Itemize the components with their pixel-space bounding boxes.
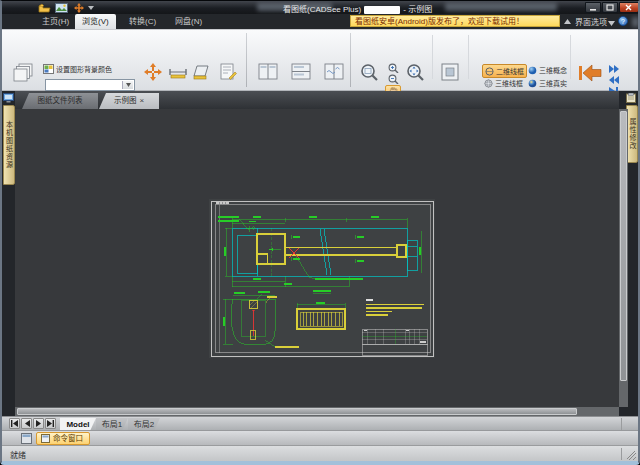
command-bar: 命令窗口 (2, 430, 638, 445)
mode-3d-realistic-button[interactable]: 三维真实 (526, 77, 569, 89)
background-color-select[interactable] (45, 79, 135, 91)
local-drawings-icon[interactable] (3, 93, 14, 103)
cad-drawing-sheet (209, 199, 435, 358)
ribbon: 图层管理 设置图形背景颜色 设置对象捕捉开关 全屏 距离 面积 实体属性 (2, 29, 638, 91)
zoom-in-button[interactable] (387, 63, 400, 73)
group-separator (432, 35, 433, 79)
tab-convert[interactable]: 转换(C) (122, 14, 163, 29)
nav-back-icon[interactable] (607, 75, 620, 85)
app-window: 看图纸(CADSee Plus)- 示例图 主页(H) 浏览(V) 转换(C) … (0, 0, 640, 465)
window-title: 看图纸(CADSee Plus) (283, 5, 361, 14)
maximize-button[interactable] (602, 2, 618, 13)
group-separator (350, 33, 351, 87)
vertical-scrollbar[interactable] (619, 109, 628, 407)
pan-move-icon[interactable] (73, 3, 85, 13)
censored-field (364, 6, 400, 14)
last-layout-icon[interactable] (45, 418, 56, 429)
document-tab-bar: 图纸文件列表 示例图× (15, 91, 619, 109)
mode-2d-wireframe-button[interactable]: 二维线框 (482, 64, 527, 78)
close-tab-icon[interactable]: × (139, 96, 144, 105)
document-name: - 示例图 (403, 5, 432, 14)
tab-drawing-file-list[interactable]: 图纸文件列表 (22, 93, 98, 109)
resize-grip[interactable] (627, 451, 636, 460)
censored-watermark (445, 3, 557, 11)
command-window-icon[interactable] (21, 433, 32, 444)
zoom-out-button[interactable] (387, 74, 400, 84)
collapse-ribbon-icon[interactable] (564, 19, 571, 24)
interface-options-button[interactable]: 界面选项 (575, 16, 607, 27)
tab-home[interactable]: 主页(H) (35, 14, 76, 29)
minimize-button[interactable] (585, 2, 601, 13)
open-file-icon[interactable] (38, 3, 51, 13)
drawing-canvas[interactable] (15, 109, 619, 407)
set-background-color-button[interactable]: 设置图形背景颜色 (43, 63, 112, 74)
chevron-down-icon[interactable] (608, 21, 615, 26)
image-icon[interactable] (55, 3, 68, 13)
status-text: 就绪 (10, 449, 26, 460)
tab-browse[interactable]: 浏览(V) (75, 14, 116, 29)
left-panel-strip: 本机图纸资源 (2, 91, 15, 416)
promo-banner[interactable]: 看图纸安卓(Android)版发布了，欢迎下载试用！ (350, 15, 560, 27)
next-layout-icon[interactable] (33, 418, 44, 429)
properties-icon[interactable] (626, 93, 636, 103)
command-window-button[interactable]: 命令窗口 (36, 432, 90, 445)
left-panel-tab[interactable]: 本机图纸资源 (3, 105, 15, 185)
prev-layout-icon[interactable] (21, 418, 32, 429)
nav-forward-icon[interactable] (607, 64, 620, 74)
divider (621, 418, 622, 430)
help-icon[interactable]: ? (618, 16, 628, 26)
layout-tab-bar: Model 布局1 布局2 (2, 416, 638, 430)
chevron-down-icon (122, 81, 133, 89)
group-separator (570, 35, 571, 79)
titlebar: 看图纸(CADSee Plus)- 示例图 (2, 1, 638, 14)
mode-3d-wireframe-button[interactable]: 三维线框 (482, 77, 525, 89)
group-separator (468, 35, 469, 79)
vertical-scrollbar-thumb[interactable] (620, 111, 627, 381)
censored-watermark (632, 17, 639, 27)
tab-netdisk[interactable]: 网盘(N) (168, 14, 209, 29)
group-separator (246, 33, 247, 87)
mode-3d-concept-button[interactable]: 三维概念 (526, 64, 569, 76)
close-button[interactable] (619, 2, 639, 13)
tab-sample-drawing[interactable]: 示例图× (99, 93, 159, 109)
horizontal-scrollbar[interactable] (15, 407, 619, 416)
status-bar: 就绪 (2, 445, 638, 462)
divider (621, 448, 622, 460)
first-layout-icon[interactable] (9, 418, 20, 429)
window-title-area: 看图纸(CADSee Plus)- 示例图 (283, 3, 432, 14)
horizontal-scrollbar-thumb[interactable] (17, 408, 577, 415)
ribbon-tab-row: 主页(H) 浏览(V) 转换(C) 网盘(N) 看图纸安卓(Android)版发… (2, 14, 638, 29)
